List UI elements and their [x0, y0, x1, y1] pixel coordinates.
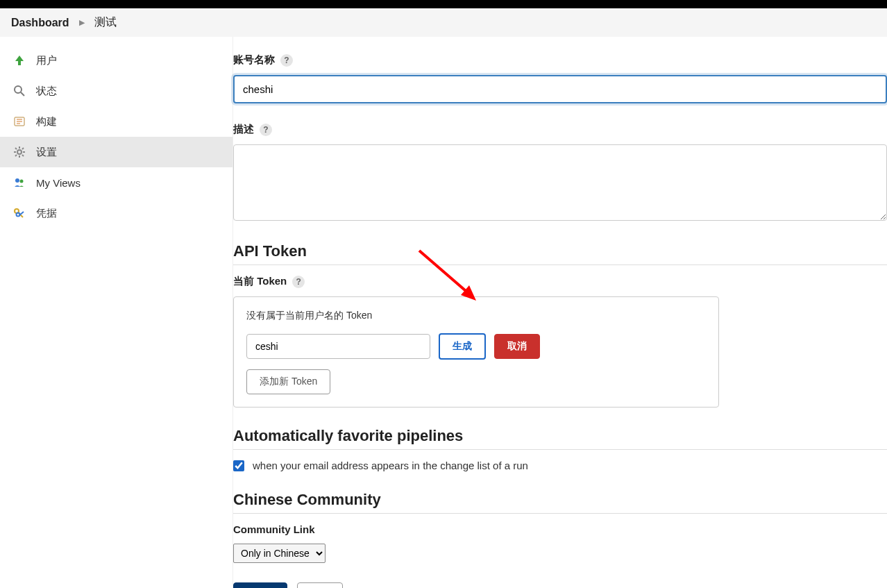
- svg-point-6: [17, 150, 22, 154]
- community-heading: Chinese Community: [233, 491, 887, 514]
- description-textarea[interactable]: [233, 144, 887, 221]
- gear-icon: [12, 145, 26, 159]
- chevron-right-icon: ▶: [79, 18, 85, 27]
- current-token-label: 当前 Token: [233, 275, 287, 288]
- account-name-label: 账号名称: [233, 53, 275, 67]
- apply-button[interactable]: 应用: [297, 582, 343, 588]
- breadcrumb-dashboard[interactable]: Dashboard: [11, 17, 69, 29]
- svg-point-16: [20, 180, 24, 183]
- keys-icon: [12, 206, 26, 220]
- help-icon[interactable]: ?: [280, 54, 293, 67]
- sidebar: 用户 状态 构建 设置 My Views: [0, 37, 233, 588]
- sidebar-item-label: 设置: [36, 146, 57, 159]
- sidebar-item-credentials[interactable]: 凭据: [0, 198, 233, 228]
- token-empty-text: 没有属于当前用户名的 Token: [246, 310, 706, 322]
- sidebar-item-status[interactable]: 状态: [0, 76, 233, 106]
- svg-point-0: [15, 86, 22, 93]
- auto-favorite-checkbox[interactable]: [233, 460, 244, 471]
- sidebar-item-user[interactable]: 用户: [0, 45, 233, 76]
- svg-line-13: [15, 155, 17, 156]
- cancel-token-button[interactable]: 取消: [494, 334, 540, 359]
- sidebar-item-label: My Views: [36, 177, 81, 189]
- sidebar-item-label: 用户: [36, 54, 57, 67]
- svg-line-12: [22, 155, 24, 156]
- search-icon: [12, 84, 26, 98]
- help-icon[interactable]: ?: [292, 276, 305, 288]
- account-name-input[interactable]: [233, 75, 887, 103]
- generate-token-button[interactable]: 生成: [439, 333, 486, 360]
- save-button[interactable]: 保存: [233, 582, 287, 588]
- sidebar-item-label: 构建: [36, 115, 57, 128]
- token-name-input[interactable]: [246, 334, 430, 359]
- svg-line-1: [21, 92, 24, 96]
- top-menubar: [0, 0, 887, 8]
- sidebar-item-label: 凭据: [36, 207, 57, 220]
- help-icon[interactable]: ?: [260, 124, 272, 136]
- sidebar-item-label: 状态: [36, 85, 57, 98]
- notepad-icon: [12, 115, 26, 128]
- user-up-arrow-icon: [12, 53, 26, 67]
- breadcrumb-current: 测试: [94, 15, 117, 30]
- main-content: 账号名称 ? 描述 ? API Token 当前 Token ? 没有属于当前用…: [233, 37, 887, 588]
- people-icon: [12, 176, 26, 190]
- add-token-button[interactable]: 添加新 Token: [246, 369, 330, 394]
- sidebar-item-settings[interactable]: 设置: [0, 137, 233, 167]
- auto-favorite-checkbox-label: when your email address appears in the c…: [253, 460, 528, 471]
- api-token-heading: API Token: [233, 242, 887, 265]
- auto-favorite-checkbox-row[interactable]: when your email address appears in the c…: [233, 460, 887, 471]
- breadcrumb: Dashboard ▶ 测试: [0, 8, 887, 37]
- sidebar-item-build[interactable]: 构建: [0, 106, 233, 137]
- description-label: 描述: [233, 123, 254, 136]
- sidebar-item-my-views[interactable]: My Views: [0, 167, 233, 198]
- svg-line-14: [22, 148, 24, 149]
- community-link-select[interactable]: Only in Chinese: [233, 544, 326, 563]
- token-box: 没有属于当前用户名的 Token 生成 取消 添加新 Token: [233, 296, 719, 408]
- auto-favorite-heading: Automatically favorite pipelines: [233, 427, 887, 450]
- community-link-label: Community Link: [233, 523, 315, 535]
- svg-line-11: [15, 148, 17, 149]
- svg-point-15: [15, 178, 19, 183]
